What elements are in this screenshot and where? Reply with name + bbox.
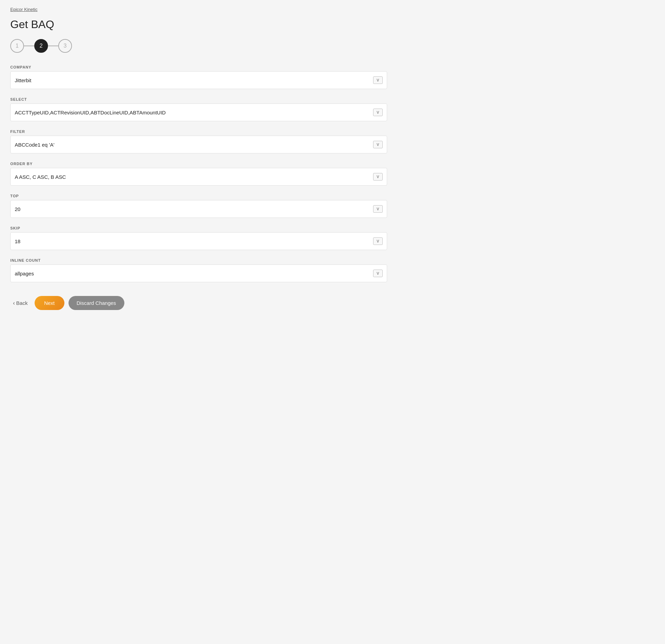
filter-field-row: V (10, 136, 387, 153)
order-by-section: ORDER BY V (10, 162, 387, 186)
filter-section: FILTER V (10, 129, 387, 153)
back-button[interactable]: ‹ Back (10, 297, 30, 310)
inline-count-variable-icon[interactable]: V (373, 270, 383, 277)
select-input[interactable] (15, 110, 373, 115)
select-section: SELECT V (10, 97, 387, 121)
skip-field-row: V (10, 232, 387, 250)
top-field-row: V (10, 200, 387, 218)
filter-variable-icon[interactable]: V (373, 141, 383, 148)
next-button[interactable]: Next (35, 296, 64, 310)
select-field-row: V (10, 103, 387, 121)
skip-section: SKIP V (10, 226, 387, 250)
inline-count-field-row: V (10, 264, 387, 282)
step-connector-2 (48, 46, 58, 46)
select-variable-icon[interactable]: V (373, 109, 383, 116)
skip-label: SKIP (10, 226, 387, 230)
back-arrow-icon: ‹ (13, 300, 15, 306)
stepper: 1 2 3 (10, 39, 387, 53)
top-section: TOP V (10, 194, 387, 218)
company-variable-icon[interactable]: V (373, 76, 383, 84)
company-field-row: V (10, 71, 387, 89)
breadcrumb[interactable]: Epicor Kinetic (10, 7, 387, 12)
step-connector-1 (24, 46, 34, 46)
inline-count-label: INLINE COUNT (10, 258, 387, 262)
company-input[interactable] (15, 77, 373, 83)
inline-count-input[interactable] (15, 271, 373, 276)
order-by-variable-icon[interactable]: V (373, 173, 383, 181)
step-3[interactable]: 3 (58, 39, 72, 53)
order-by-input[interactable] (15, 174, 373, 180)
page-title: Get BAQ (10, 18, 387, 31)
inline-count-section: INLINE COUNT V (10, 258, 387, 282)
top-variable-icon[interactable]: V (373, 205, 383, 213)
top-label: TOP (10, 194, 387, 198)
top-input[interactable] (15, 206, 373, 212)
discard-changes-button[interactable]: Discard Changes (69, 296, 124, 310)
order-by-label: ORDER BY (10, 162, 387, 166)
select-label: SELECT (10, 97, 387, 101)
company-label: COMPANY (10, 65, 387, 69)
order-by-field-row: V (10, 168, 387, 186)
footer: ‹ Back Next Discard Changes (10, 296, 387, 310)
back-label: Back (16, 300, 27, 306)
filter-label: FILTER (10, 129, 387, 134)
company-section: COMPANY V (10, 65, 387, 89)
filter-input[interactable] (15, 142, 373, 148)
skip-variable-icon[interactable]: V (373, 237, 383, 245)
skip-input[interactable] (15, 238, 373, 244)
step-1[interactable]: 1 (10, 39, 24, 53)
step-2[interactable]: 2 (34, 39, 48, 53)
